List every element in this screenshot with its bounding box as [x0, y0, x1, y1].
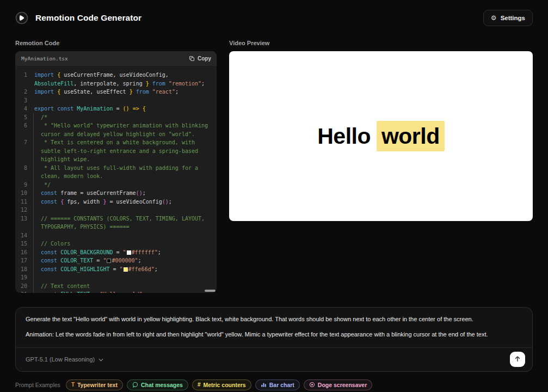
- color-swatch-icon: [107, 259, 111, 263]
- code-line: 11const { fps, width } = useVideoConfig(…: [15, 198, 217, 206]
- video-preview: Hello world: [229, 51, 533, 221]
- code-line: 18const COLOR_HIGHLIGHT = "#ffe66d";: [15, 265, 217, 274]
- line-number: 13: [15, 215, 32, 231]
- example-pill-bar-chart[interactable]: Bar chart: [255, 379, 300, 390]
- color-swatch-icon: [124, 267, 128, 272]
- code-line: 17const COLOR_TEXT = "#000000";: [15, 256, 217, 265]
- line-number: 17: [15, 256, 32, 265]
- prompt-text-line-1: Generate the text "Hello world" with wor…: [26, 315, 522, 323]
- preview-text: Hello world: [317, 124, 444, 149]
- settings-button-label: Settings: [501, 15, 525, 21]
- example-pill-label: Typewriter text: [77, 382, 118, 388]
- code-line: 10const frame = useCurrentFrame();: [15, 189, 217, 198]
- hash-icon: #: [198, 382, 201, 388]
- prompt-examples-list: TTypewriter textChat messages#Metric cou…: [66, 379, 372, 390]
- prompt-controls: GPT-5.1 (Low Reasoning): [16, 347, 532, 371]
- prompt-input[interactable]: Generate the text "Hello world" with wor…: [16, 308, 532, 347]
- line-number: 19: [15, 273, 32, 282]
- line-number: 20: [15, 282, 32, 291]
- line-number: 7: [15, 138, 32, 164]
- example-pill-label: Chat messages: [141, 382, 183, 388]
- model-selector[interactable]: GPT-5.1 (Low Reasoning): [26, 356, 103, 363]
- code-line: 9 */: [15, 181, 217, 189]
- line-number: 6: [15, 121, 32, 138]
- code-section: Remotion Code MyAnimation.tsx Copy 1impo…: [15, 40, 217, 293]
- bar-chart-icon: [261, 382, 267, 388]
- code-section-label: Remotion Code: [15, 40, 217, 46]
- code-line: 8 * All layout uses full-width with padd…: [15, 164, 217, 181]
- prompt-examples-label: Prompt Examples: [15, 382, 60, 388]
- code-lines: 1import { useCurrentFrame, useVideoConfi…: [15, 71, 217, 293]
- code-line: 6 * "Hello world" typewriter animation w…: [15, 121, 217, 138]
- preview-highlight: world: [377, 121, 445, 151]
- code-editor[interactable]: 1import { useCurrentFrame, useVideoConfi…: [15, 66, 217, 293]
- arrow-up-icon: [514, 355, 521, 364]
- code-line: 12: [15, 206, 217, 215]
- example-pill-label: Bar chart: [269, 382, 294, 388]
- line-number: 9: [15, 181, 32, 189]
- typewriter-icon: T: [71, 382, 75, 388]
- line-number: 15: [15, 240, 32, 248]
- gear-icon: ⚙: [491, 15, 497, 21]
- code-line: 1import { useCurrentFrame, useVideoConfi…: [15, 71, 217, 88]
- preview-section-label: Video Preview: [229, 40, 533, 46]
- send-button[interactable]: [510, 352, 525, 367]
- example-pill-label: Metric counters: [204, 382, 246, 388]
- app-header: Remotion Code Generator ⚙ Settings: [0, 0, 548, 26]
- code-line: 15// Colors: [15, 240, 217, 248]
- code-panel-header: MyAnimation.tsx Copy: [15, 51, 217, 66]
- line-number: 5: [15, 113, 32, 122]
- code-line: 19: [15, 273, 217, 282]
- code-line: 21const FULL_TEXT = "Hello world";: [15, 290, 217, 293]
- code-line: 14: [15, 231, 217, 240]
- preview-plain-text: Hello: [317, 124, 371, 149]
- code-line: 3: [15, 96, 217, 105]
- line-number: 10: [15, 189, 32, 198]
- line-number: 4: [15, 105, 32, 113]
- code-line: 16const COLOR_BACKGROUND = "#ffffff";: [15, 248, 217, 257]
- code-line: 20// Text content: [15, 282, 217, 291]
- code-filename: MyAnimation.tsx: [21, 56, 68, 62]
- code-line: 5/*: [15, 113, 217, 122]
- code-panel: MyAnimation.tsx Copy 1import { useCurren…: [15, 51, 217, 293]
- line-number: 14: [15, 231, 32, 240]
- chat-bubble-icon: [132, 382, 138, 388]
- line-number: 2: [15, 88, 32, 96]
- chevron-down-icon: [98, 356, 103, 363]
- main-content: Remotion Code MyAnimation.tsx Copy 1impo…: [0, 40, 548, 293]
- prompt-card: Generate the text "Hello world" with wor…: [15, 307, 533, 372]
- line-number: 11: [15, 198, 32, 206]
- example-pill-doge-screensaver[interactable]: Doge screensaver: [304, 379, 372, 390]
- example-pill-chat-messages[interactable]: Chat messages: [127, 379, 188, 390]
- line-number: 18: [15, 265, 32, 274]
- line-number: 16: [15, 248, 32, 257]
- line-number: 21: [15, 290, 32, 293]
- copy-button[interactable]: Copy: [189, 56, 211, 62]
- page-title: Remotion Code Generator: [35, 13, 141, 23]
- doge-circle-icon: [309, 382, 315, 388]
- line-number: 3: [15, 96, 32, 105]
- code-line: 13// ====== CONSTANTS (COLORS, TEXT, TIM…: [15, 215, 217, 231]
- line-number: 12: [15, 206, 32, 215]
- model-selector-label: GPT-5.1 (Low Reasoning): [26, 356, 95, 363]
- remotion-logo-icon: [15, 11, 28, 24]
- line-number: 1: [15, 71, 32, 88]
- code-line: 7 * Text is centered on a white backgrou…: [15, 138, 217, 164]
- prompt-examples: Prompt Examples TTypewriter textChat mes…: [15, 379, 533, 390]
- horizontal-scrollbar-thumb[interactable]: [205, 290, 215, 292]
- code-line: 4export const MyAnimation = () => {: [15, 105, 217, 113]
- preview-section: Video Preview Hello world: [229, 40, 533, 293]
- code-line: 2import { useState, useEffect } from "re…: [15, 88, 217, 96]
- example-pill-label: Doge screensaver: [318, 382, 367, 388]
- example-pill-typewriter-text[interactable]: TTypewriter text: [66, 379, 123, 390]
- copy-icon: [189, 56, 195, 62]
- settings-button[interactable]: ⚙ Settings: [483, 10, 533, 26]
- example-pill-metric-counters[interactable]: #Metric counters: [192, 379, 251, 390]
- color-swatch-icon: [127, 250, 131, 255]
- line-number: 8: [15, 164, 32, 181]
- prompt-text-line-2: Animation: Let the words fade in from le…: [26, 330, 522, 339]
- copy-button-label: Copy: [198, 56, 211, 62]
